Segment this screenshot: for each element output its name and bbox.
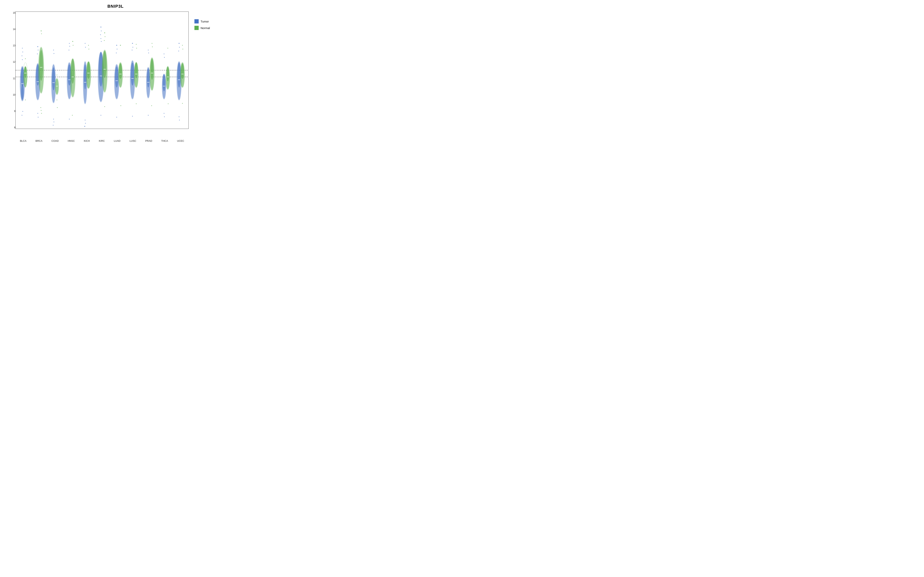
svg-point-126 [163,74,166,91]
svg-point-104 [132,47,133,47]
x-label-kirc: KIRC [99,139,105,142]
hnsc-normal [70,41,75,116]
svg-point-75 [100,27,102,27]
svg-point-86 [104,40,105,41]
svg-point-140 [179,43,179,44]
x-label-hnsc: HNSC [68,139,75,142]
y-tick-13: 13 [11,44,15,47]
x-label-luad: LUAD [114,139,121,142]
svg-point-82 [103,51,107,78]
svg-point-43 [57,75,57,76]
y-tick-11: 11 [11,77,15,80]
svg-point-93 [116,53,117,53]
svg-point-112 [136,103,137,104]
legend-tumor-label: Tumor [200,20,209,23]
svg-point-52 [69,119,70,119]
svg-point-123 [152,46,153,47]
svg-point-41 [55,79,59,95]
svg-point-138 [177,63,181,87]
kich-tumor [83,43,87,127]
svg-point-87 [104,106,105,107]
svg-point-117 [148,53,149,53]
svg-point-65 [85,123,86,124]
svg-point-38 [53,119,54,119]
svg-point-99 [121,105,121,106]
svg-point-29 [41,34,42,34]
svg-point-108 [135,62,138,78]
svg-point-37 [53,53,54,54]
svg-point-118 [148,115,149,116]
y-axis-ticks: 15 14 13 12 11 10 9 8 [11,11,15,129]
svg-point-80 [100,115,101,116]
chart-area [15,11,189,129]
svg-point-26 [39,50,43,81]
svg-point-122 [152,43,152,44]
svg-point-79 [101,41,102,42]
svg-point-146 [181,63,184,79]
svg-point-21 [38,50,39,50]
svg-point-98 [120,45,121,46]
svg-point-131 [164,116,165,117]
svg-point-92 [117,49,118,50]
svg-point-141 [179,47,180,47]
x-label-coad: COAD [52,139,59,142]
lusc-tumor [130,43,135,116]
svg-point-34 [52,67,55,90]
svg-point-40 [53,125,53,126]
svg-point-130 [164,113,165,114]
svg-point-106 [132,116,133,116]
svg-point-136 [168,103,169,104]
svg-point-142 [178,51,179,52]
svg-point-50 [69,46,70,47]
chart-container: BNIP3L mRNA Expression (RNASeq V2, log2)… [0,0,231,144]
svg-point-22 [37,53,38,54]
x-axis-labels: BLCA BRCA COAD HNSC KICH KIRC LUAD LUSC … [15,139,189,142]
chart-title: BNIP3L [0,0,231,9]
svg-point-91 [116,45,117,46]
y-tick-12: 12 [11,61,15,63]
svg-point-39 [53,122,54,122]
x-label-prad: PRAD [145,139,152,142]
svg-point-89 [115,66,118,87]
x-label-kich: KICH [84,139,90,142]
svg-point-143 [179,116,179,117]
svg-point-129 [164,57,165,58]
x-label-ucec: UCEC [177,139,184,142]
svg-point-54 [71,59,74,84]
coad-normal [55,75,59,108]
svg-point-71 [89,49,89,50]
svg-point-85 [105,36,105,37]
svg-point-84 [104,32,105,33]
svg-point-30 [40,107,41,108]
svg-point-28 [40,31,42,31]
thca-tumor [162,53,166,117]
svg-point-58 [72,115,73,116]
svg-point-13 [24,66,27,78]
legend-tumor-box [194,19,199,23]
svg-point-114 [147,68,150,87]
svg-point-120 [150,59,153,80]
svg-point-23 [37,113,38,114]
thca-normal [166,48,170,104]
svg-point-77 [100,34,101,35]
svg-point-15 [25,58,26,59]
svg-point-57 [73,45,74,45]
svg-point-68 [87,61,90,79]
kich-normal [86,45,91,89]
svg-point-76 [101,31,102,31]
svg-point-10 [21,115,22,116]
y-tick-10: 10 [11,93,15,96]
svg-point-135 [168,48,168,48]
y-tick-8: 8 [11,126,15,129]
prad-normal [150,43,154,106]
svg-point-51 [68,50,69,50]
legend-tumor: Tumor [194,19,227,23]
svg-point-62 [85,43,86,44]
svg-point-148 [182,45,183,45]
luad-normal [118,45,123,106]
x-label-lusc: LUSC [129,139,136,142]
svg-point-6 [22,52,23,52]
svg-point-63 [85,47,86,47]
svg-point-111 [136,48,137,48]
svg-point-31 [41,110,42,111]
